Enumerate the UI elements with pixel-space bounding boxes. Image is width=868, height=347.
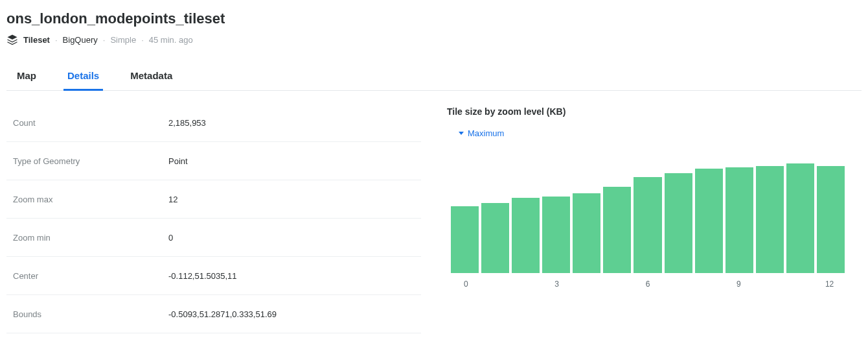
chart-legend-label: Maximum — [468, 128, 504, 138]
meta-mode: Simple — [110, 35, 136, 45]
tab-details[interactable]: Details — [63, 64, 103, 91]
chart-bar — [695, 169, 723, 274]
chart-bar — [481, 203, 509, 273]
details-label: Zoom min — [6, 233, 168, 243]
details-value: 2,185,953 — [168, 118, 206, 128]
chart-legend-dropdown[interactable]: Maximum — [447, 128, 849, 138]
chart-bar — [512, 198, 540, 273]
x-tick: 9 — [724, 280, 754, 289]
details-label: Center — [6, 271, 168, 281]
details-row: Center-0.112,51.5035,11 — [6, 257, 421, 295]
chart-bar — [573, 193, 600, 274]
x-tick: 0 — [451, 280, 481, 289]
caret-down-icon — [459, 132, 464, 135]
chart-bar — [786, 163, 814, 273]
details-row: Count2,185,953 — [6, 104, 421, 142]
meta-sep: · — [55, 35, 58, 45]
chart-bar — [542, 197, 570, 273]
meta-type: Tileset — [23, 35, 50, 45]
tabs: Map Details Metadata — [6, 64, 862, 91]
details-label: Type of Geometry — [6, 156, 168, 166]
x-tick: 12 — [814, 280, 845, 289]
x-tick — [481, 280, 512, 289]
details-table: Count2,185,953Type of GeometryPointZoom … — [6, 104, 421, 333]
details-label: Zoom max — [6, 195, 168, 204]
meta-source: BigQuery — [63, 35, 98, 45]
x-tick — [663, 280, 693, 289]
svg-marker-0 — [8, 35, 17, 40]
chart-bar — [665, 173, 692, 273]
details-row: Type of GeometryPoint — [6, 142, 421, 180]
details-label: Bounds — [6, 309, 168, 319]
x-tick — [693, 280, 724, 289]
chart-bar — [451, 206, 479, 273]
details-row: Zoom max12 — [6, 180, 421, 219]
chart-bar — [817, 166, 845, 273]
x-tick — [784, 280, 814, 289]
x-tick: 6 — [633, 280, 663, 289]
tab-map[interactable]: Map — [13, 64, 40, 91]
tab-metadata[interactable]: Metadata — [126, 64, 176, 91]
details-value: 12 — [168, 195, 177, 204]
x-tick — [572, 280, 602, 289]
page-title: ons_london_modepoints_tileset — [6, 10, 862, 27]
x-tick — [512, 280, 542, 289]
details-value: -0.112,51.5035,11 — [168, 271, 237, 281]
chart-bar — [725, 167, 753, 273]
x-tick — [754, 280, 784, 289]
tileset-icon — [6, 34, 18, 45]
bar-chart: 036912 — [447, 150, 849, 289]
meta-row: Tileset · BigQuery · Simple · 45 min. ag… — [6, 34, 862, 45]
chart-title: Tile size by zoom level (KB) — [447, 106, 849, 117]
x-tick — [602, 280, 633, 289]
x-tick: 3 — [542, 280, 572, 289]
details-value: Point — [168, 156, 188, 166]
details-row: Zoom min0 — [6, 219, 421, 257]
chart-bar — [634, 177, 661, 273]
details-value: -0.5093,51.2871,0.333,51.69 — [168, 309, 277, 319]
meta-age: 45 min. ago — [149, 35, 193, 45]
meta-sep: · — [103, 35, 106, 45]
meta-sep: · — [141, 35, 144, 45]
details-label: Count — [6, 118, 168, 128]
details-row: Bounds-0.5093,51.2871,0.333,51.69 — [6, 295, 421, 333]
chart-bar — [603, 187, 631, 273]
chart-bar — [756, 166, 784, 273]
details-value: 0 — [168, 233, 173, 243]
